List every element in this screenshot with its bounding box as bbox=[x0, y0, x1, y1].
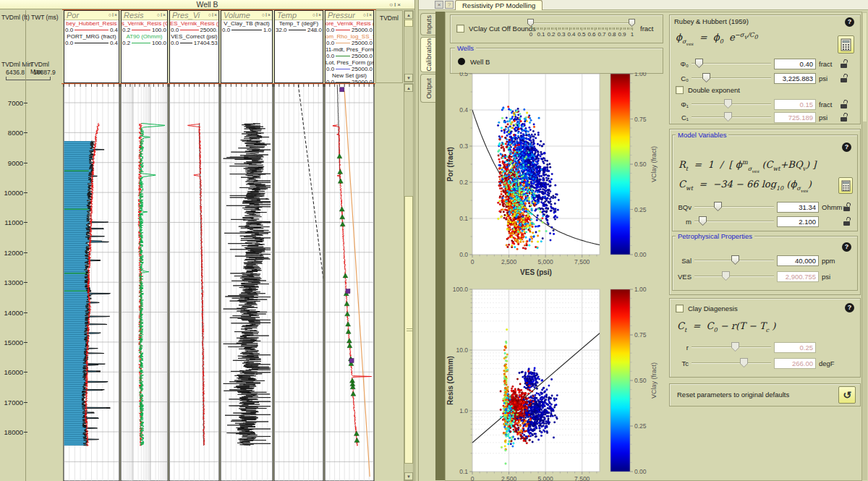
c0-lock-icon[interactable] bbox=[841, 74, 849, 82]
slider-handle bbox=[731, 342, 739, 352]
slider-handle[interactable] bbox=[695, 59, 703, 68]
param-label-r: r bbox=[670, 344, 689, 352]
modelling-window: × ? Resistivity PP Modelling InputsCalib… bbox=[419, 0, 868, 481]
panel-scrollbar[interactable] bbox=[862, 12, 867, 480]
x-tick-label: 5,000 bbox=[538, 258, 554, 265]
lot-pressure-marker bbox=[349, 359, 354, 363]
depth-label-left: 16000 bbox=[1, 368, 23, 376]
vclay-cutoff-label: VClay Cut Off Bounds bbox=[469, 25, 536, 33]
vclay-tick-label: 0.6 bbox=[587, 31, 595, 38]
slider-handle bbox=[722, 271, 730, 281]
tab-calibration[interactable]: Calibration bbox=[420, 37, 435, 72]
track-control-icons[interactable]: ○I× bbox=[262, 11, 271, 20]
tab-output[interactable]: Output bbox=[420, 74, 435, 103]
track-control-icons[interactable]: ○I× bbox=[109, 11, 118, 20]
curve-max-value: 17404.53 bbox=[194, 40, 218, 46]
clay-diagenesis-checkbox[interactable] bbox=[676, 305, 684, 312]
log-scrollbar[interactable]: ▲ ▼ bbox=[404, 83, 414, 481]
vclay-tickmark bbox=[551, 27, 552, 30]
track-control-icons[interactable]: ○I× bbox=[157, 11, 166, 20]
y-tick-label: 0.3 bbox=[459, 142, 468, 150]
ves-unit-label: psi bbox=[822, 273, 830, 281]
header-scroll-up-icon[interactable]: ▲ bbox=[404, 11, 413, 19]
phi0-lock-icon[interactable] bbox=[841, 59, 849, 68]
close-icon[interactable]: × bbox=[435, 1, 443, 9]
curve-legend-scale: 0.00.4 bbox=[64, 27, 119, 33]
curve-min-value: 0.0 bbox=[171, 40, 179, 46]
c0-slider[interactable] bbox=[692, 73, 771, 83]
header-scroll-down-icon[interactable]: ▼ bbox=[404, 74, 413, 82]
vclay-tickmark bbox=[603, 27, 604, 30]
sal-value-field[interactable]: 40,000 bbox=[777, 255, 819, 266]
log-scrollbar-thumb[interactable] bbox=[404, 196, 413, 464]
curve-legend-line bbox=[336, 82, 350, 82]
clay-help-icon[interactable]: ? bbox=[845, 303, 854, 312]
curve-legend-scale: 0.025000.0 bbox=[326, 40, 373, 46]
tab-inputs[interactable]: Inputs bbox=[420, 13, 435, 35]
curve-min-value: 32.0 bbox=[276, 27, 287, 33]
x-tick-label: 0 bbox=[471, 258, 475, 265]
right-ruler-background bbox=[375, 83, 404, 481]
log-scroll-down-icon[interactable]: ▼ bbox=[404, 472, 413, 480]
header-scrollbar-thumb[interactable] bbox=[404, 20, 413, 27]
slider-handle[interactable] bbox=[731, 255, 739, 265]
double-exponent-checkbox[interactable] bbox=[676, 86, 684, 94]
rt-formula: Rt = 1 / [ ϕmσves (Cwt+BQv) ] bbox=[678, 158, 816, 174]
curve-max-value: 0.4 bbox=[110, 40, 118, 46]
vclay-upper-handle[interactable] bbox=[629, 19, 635, 27]
window-control-icons[interactable]: ○I× bbox=[389, 0, 402, 9]
log-tracks-plot[interactable] bbox=[61, 83, 375, 481]
colorbar-tick-label: 0.00 bbox=[634, 251, 647, 258]
reset-button[interactable]: ↺ bbox=[838, 386, 856, 404]
model-variables-groupbox: Model Variables ? Rt = 1 / [ ϕmσves (Cwt… bbox=[672, 135, 858, 231]
c0-value-field[interactable]: 3,225.883 bbox=[774, 73, 816, 84]
track-control-icons[interactable]: ○I× bbox=[208, 11, 218, 20]
vclay-tickmark bbox=[555, 27, 556, 30]
vclay-tickmark bbox=[598, 27, 599, 30]
slider-handle[interactable] bbox=[702, 73, 710, 82]
collapsed-panel-strip[interactable] bbox=[435, 12, 445, 480]
track-titlebar: Resis○I× bbox=[122, 11, 167, 20]
vclay-range-slider[interactable]: 00.10.20.30.40.50.60.70.80.91 bbox=[531, 19, 632, 41]
model-variables-calculator-button[interactable] bbox=[838, 177, 853, 194]
vclay-tickmark bbox=[535, 27, 535, 30]
slider-handle[interactable] bbox=[699, 216, 707, 226]
vclay-tick-label: 0.7 bbox=[597, 31, 605, 38]
bqv-slider[interactable] bbox=[694, 202, 774, 212]
m-slider[interactable] bbox=[694, 216, 774, 226]
petro-help-icon[interactable]: ? bbox=[842, 242, 851, 252]
vclay-tickmark bbox=[616, 27, 617, 30]
phi1-lock-icon[interactable] bbox=[841, 100, 849, 108]
log-scroll-up-icon[interactable]: ▲ bbox=[404, 84, 413, 92]
sal-slider[interactable] bbox=[694, 255, 774, 265]
phi0-slider[interactable] bbox=[692, 59, 771, 69]
header-scrollbar[interactable]: ▲ ▼ bbox=[404, 10, 414, 82]
vclay-slider-groove bbox=[531, 22, 632, 24]
rubey-help-icon[interactable]: ? bbox=[845, 17, 854, 27]
bqv-value-field[interactable]: 31.34 bbox=[777, 202, 819, 213]
help-icon[interactable]: ? bbox=[445, 1, 454, 9]
application-root: Well B ○I× TVDml (ft) TWT (ms) TVDml Min… bbox=[0, 0, 868, 481]
curve-legend-name: AT90 (Ohmm) bbox=[122, 33, 167, 40]
bqv-lock-icon[interactable] bbox=[843, 203, 852, 211]
rubey-calculator-button[interactable] bbox=[838, 35, 854, 54]
vclay-tickmark bbox=[618, 27, 618, 30]
m-value-field[interactable]: 2.100 bbox=[777, 216, 819, 227]
vclay-tickmark bbox=[587, 27, 588, 30]
track-control-icons[interactable]: ○I× bbox=[312, 11, 322, 20]
slider-handle[interactable] bbox=[714, 202, 722, 211]
reset-box: Reset parameters to original defaults ↺ bbox=[669, 383, 861, 406]
panel-scrollbar-thumb[interactable] bbox=[863, 13, 867, 122]
m-lock-icon[interactable] bbox=[843, 217, 852, 226]
c1-lock-icon[interactable] bbox=[841, 113, 849, 122]
track-control-icons[interactable]: ○I× bbox=[363, 11, 373, 20]
side-tab-label: Output bbox=[425, 78, 433, 99]
well-b-radio[interactable] bbox=[458, 58, 465, 65]
track-titlebar: Pressur○I× bbox=[326, 11, 373, 20]
tab-resistivity-pp-modelling[interactable]: Resistivity PP Modelling bbox=[455, 0, 542, 10]
model-variables-title: Model Variables bbox=[676, 131, 728, 139]
phi0-value-field[interactable]: 0.40 bbox=[774, 59, 816, 69]
track-header-temp: Temp○I×Temp_T (degF)32.0248.0 bbox=[274, 10, 323, 83]
vclay-cutoff-checkbox[interactable] bbox=[456, 25, 464, 33]
model-variables-help-icon[interactable]: ? bbox=[842, 142, 851, 152]
